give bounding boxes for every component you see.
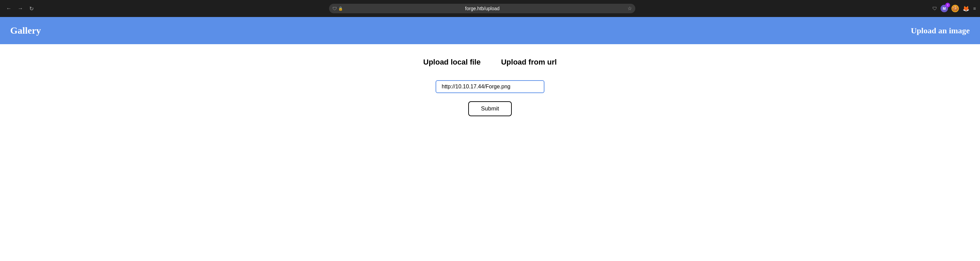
submit-button[interactable]: Submit: [468, 101, 512, 116]
page-content: Upload local file Upload from url Submit: [0, 44, 980, 130]
shield-browser-icon[interactable]: 🛡: [932, 6, 937, 11]
address-input[interactable]: [329, 4, 635, 13]
shield-icon: 🛡: [332, 6, 337, 11]
back-button[interactable]: ←: [4, 4, 14, 13]
site-navbar: Gallery Upload an image: [0, 17, 980, 44]
cookie-icon[interactable]: 🍪: [951, 5, 959, 12]
badge-count: 2: [945, 3, 950, 8]
extension-badge-icon[interactable]: M 2: [940, 5, 948, 12]
site-title: Gallery: [10, 25, 41, 36]
tab-links: Upload local file Upload from url: [423, 58, 557, 66]
browser-right-icons: 🛡 M 2 🍪 🦊 ≡: [932, 5, 976, 12]
lock-icon: 🔒: [338, 6, 343, 11]
fox-icon[interactable]: 🦊: [962, 5, 970, 12]
address-bar-container: 🛡 🔒 ☆: [329, 4, 635, 13]
browser-chrome: ← → ↻ 🛡 🔒 ☆ 🛡 M 2 🍪 🦊 ≡: [0, 0, 980, 17]
tab-local-file[interactable]: Upload local file: [423, 58, 481, 66]
upload-nav-link[interactable]: Upload an image: [911, 26, 970, 35]
forward-button[interactable]: →: [16, 4, 25, 13]
tab-url[interactable]: Upload from url: [501, 58, 557, 66]
nav-buttons: ← → ↻: [4, 4, 36, 13]
url-input[interactable]: [436, 80, 544, 93]
address-bar-icons: 🛡 🔒: [332, 6, 343, 11]
bookmark-icon[interactable]: ☆: [627, 5, 632, 11]
reload-button[interactable]: ↻: [27, 4, 36, 13]
menu-icon[interactable]: ≡: [973, 6, 976, 11]
